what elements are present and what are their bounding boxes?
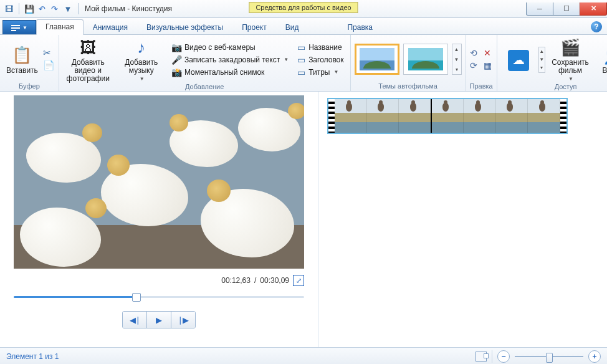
timeline-pane[interactable] xyxy=(318,92,607,347)
group-buffer: 📋 Вставить ✂ 📄 Буфер xyxy=(0,35,59,91)
content-area: 00:12,63/00:30,09 ⤢ ◀∣ ▶ ∣▶ xyxy=(0,92,607,347)
time-total: 00:30,09 xyxy=(260,276,289,285)
snapshot-button[interactable]: 📸Моментальный снимок xyxy=(170,67,291,78)
video-preview[interactable] xyxy=(14,95,304,269)
paste-button[interactable]: 📋 Вставить xyxy=(4,44,41,75)
music-note-icon: ♪ xyxy=(131,37,151,57)
title-button[interactable]: ▭Название xyxy=(294,42,346,53)
maximize-button[interactable]: ☐ xyxy=(553,2,580,16)
microphone-icon: 🎤 xyxy=(172,55,182,65)
group-access: ☁ ▲▼▾ 🎬 Сохранить фильм▼ 👤 Войти Доступ xyxy=(497,35,607,91)
signin-label: Войти xyxy=(603,67,607,75)
theme-gallery-more[interactable]: ▲▼▾ xyxy=(452,44,462,75)
group-edit: ⟲ ✕ ⟳ ▦ Правка xyxy=(466,35,497,91)
tab-edit[interactable]: Правка xyxy=(338,20,382,35)
theme-thumb-2[interactable] xyxy=(403,44,448,75)
svg-rect-1 xyxy=(11,27,20,29)
next-frame-button[interactable]: ∣▶ xyxy=(171,312,195,328)
time-row: 00:12,63/00:30,09 ⤢ xyxy=(14,269,304,291)
cloud-icon: ☁ xyxy=(508,50,529,71)
group-add: 🖼 Добавить видео и фотографии ♪ Добавить… xyxy=(59,35,351,91)
caption-icon: ▭ xyxy=(296,55,306,65)
voiceover-button[interactable]: 🎤Записать закадровый текст▼ xyxy=(170,54,291,65)
help-icon[interactable]: ? xyxy=(591,21,602,32)
tab-view[interactable]: Вид xyxy=(276,20,308,35)
status-bar: Элемент 1 из 1 − + xyxy=(0,347,607,364)
webcam-icon: 📷 xyxy=(172,42,182,52)
photo-video-icon: 🖼 xyxy=(78,37,98,57)
zoom-slider[interactable] xyxy=(515,352,583,361)
group-edit-label: Правка xyxy=(470,82,493,90)
film-reel-icon: 🎬 xyxy=(560,37,580,57)
ribbon-tabs: ▼ Главная Анимация Визуальные эффекты Пр… xyxy=(0,18,607,35)
tab-project[interactable]: Проект xyxy=(232,20,276,35)
copy-icon[interactable]: 📄 xyxy=(43,60,55,71)
cut-icon[interactable]: ✂ xyxy=(43,47,55,59)
user-icon: 👤 xyxy=(603,46,607,65)
seek-slider[interactable] xyxy=(14,291,304,302)
time-current: 00:12,63 xyxy=(221,276,251,285)
cloud-button[interactable]: ☁ xyxy=(501,49,536,71)
select-all-icon[interactable]: ▦ xyxy=(484,60,492,70)
preview-pane: 00:12,63/00:30,09 ⤢ ◀∣ ▶ ∣▶ xyxy=(0,92,318,347)
rotate-left-icon[interactable]: ⟲ xyxy=(470,48,477,58)
context-tab-header: Средства для работы с видео xyxy=(249,2,358,13)
group-themes: ▲▼▾ Темы автофильма xyxy=(351,35,466,91)
undo-icon[interactable]: ↶ xyxy=(37,4,47,14)
group-themes-label: Темы автофильма xyxy=(355,82,462,90)
add-music-label: Добавить музыку xyxy=(118,59,165,75)
ribbon: 📋 Вставить ✂ 📄 Буфер 🖼 Добавить видео и … xyxy=(0,35,607,92)
save-icon[interactable]: 💾 xyxy=(24,4,34,14)
qat-more-icon[interactable]: ▼ xyxy=(63,4,73,14)
playback-controls: ◀∣ ▶ ∣▶ xyxy=(122,311,196,328)
app-icon: 🎞 xyxy=(4,4,14,14)
webcam-button[interactable]: 📷Видео с веб-камеры xyxy=(170,42,291,53)
caption-button[interactable]: ▭Заголовок xyxy=(294,54,346,65)
paste-label: Вставить xyxy=(6,67,38,75)
title-icon: ▭ xyxy=(296,42,306,52)
video-clip[interactable] xyxy=(327,98,568,134)
zoom-in-button[interactable]: + xyxy=(588,350,601,363)
credits-icon: ▭ xyxy=(296,67,306,77)
add-media-button[interactable]: 🖼 Добавить видео и фотографии xyxy=(63,36,113,83)
rotate-right-icon[interactable]: ⟳ xyxy=(470,60,477,70)
add-media-label: Добавить видео и фотографии xyxy=(65,59,111,83)
titlebar: 🎞 💾 ↶ ↷ ▼ Мой фильм - Киностудия Средств… xyxy=(0,0,607,18)
zoom-out-button[interactable]: − xyxy=(497,350,510,363)
signin-button[interactable]: 👤 Войти xyxy=(595,44,607,75)
snapshot-icon: 📸 xyxy=(172,67,182,77)
play-button[interactable]: ▶ xyxy=(146,312,171,328)
group-access-label: Доступ xyxy=(501,83,607,91)
tab-main[interactable]: Главная xyxy=(36,19,84,35)
fullscreen-icon[interactable]: ⤢ xyxy=(293,275,304,286)
clipboard-icon: 📋 xyxy=(12,46,32,65)
theme-thumb-1[interactable] xyxy=(355,44,399,75)
save-movie-button[interactable]: 🎬 Сохранить фильм▼ xyxy=(548,36,593,83)
window-title: Мой фильм - Киностудия xyxy=(85,4,172,13)
quick-access-toolbar: 🎞 💾 ↶ ↷ ▼ xyxy=(0,3,81,14)
group-buffer-label: Буфер xyxy=(4,82,55,90)
save-movie-label: Сохранить фильм xyxy=(550,59,591,75)
tab-vfx[interactable]: Визуальные эффекты xyxy=(137,20,232,35)
playhead[interactable] xyxy=(431,98,432,134)
close-button[interactable]: ✕ xyxy=(580,2,607,16)
credits-button[interactable]: ▭Титры▼ xyxy=(294,67,346,78)
minimize-button[interactable]: ─ xyxy=(526,2,553,16)
window-buttons: ─ ☐ ✕ xyxy=(526,2,607,16)
svg-rect-0 xyxy=(11,25,20,26)
file-tab[interactable]: ▼ xyxy=(2,20,36,34)
tab-animation[interactable]: Анимация xyxy=(84,20,137,35)
share-gallery-more[interactable]: ▲▼▾ xyxy=(538,47,545,73)
delete-icon[interactable]: ✕ xyxy=(484,48,492,58)
status-item: Элемент 1 из 1 xyxy=(6,352,59,361)
svg-rect-2 xyxy=(11,30,16,31)
redo-icon[interactable]: ↷ xyxy=(49,4,59,14)
prev-frame-button[interactable]: ◀∣ xyxy=(123,312,146,328)
group-add-label: Добавление xyxy=(63,83,347,91)
add-music-button[interactable]: ♪ Добавить музыку ▼ xyxy=(116,36,167,83)
thumbnail-view-icon[interactable] xyxy=(476,352,487,362)
